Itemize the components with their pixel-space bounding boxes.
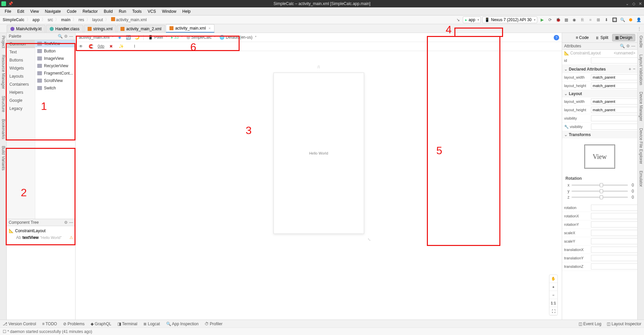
night-mode-icon[interactable]: 🌙 xyxy=(134,34,140,41)
breadcrumb-segment[interactable]: src xyxy=(47,17,54,22)
layout-file-selector[interactable]: activity_main.xml xyxy=(78,34,114,40)
rotation-slider-y[interactable]: y0 xyxy=(562,188,637,194)
sdk-manager-icon[interactable]: ⬇ xyxy=(603,16,610,23)
file-tab[interactable]: Handler.class xyxy=(46,25,83,33)
stop-icon[interactable]: ■ xyxy=(587,16,594,23)
attr-value-input[interactable] xyxy=(591,205,637,211)
editor-tabs-menu-icon[interactable]: ⋮ xyxy=(635,25,644,33)
menu-refactor[interactable]: Refactor xyxy=(80,8,100,14)
menu-file[interactable]: File xyxy=(2,8,14,14)
autoconnect-icon[interactable]: 🧲 xyxy=(88,43,94,50)
tool-window-event-log[interactable]: ◫ Event Log xyxy=(579,322,601,326)
palette-category-containers[interactable]: Containers xyxy=(7,80,35,88)
ide-update-icon[interactable]: ⬢ xyxy=(627,16,634,23)
resize-handle-icon[interactable]: ⤡ xyxy=(367,237,371,242)
design-surface-icon[interactable]: ◈ xyxy=(116,34,123,41)
palette-item-textview[interactable]: TextView xyxy=(35,40,75,47)
attr-value-input[interactable] xyxy=(591,247,637,253)
device-preview-frame[interactable]: Hello World xyxy=(274,73,364,234)
rotation-slider-z[interactable]: z0 xyxy=(562,194,637,200)
tool-window-terminal[interactable]: ◨ Terminal xyxy=(117,322,137,326)
window-minimize-icon[interactable]: ⌄ xyxy=(626,1,629,6)
palette-item-imageview[interactable]: ImageView xyxy=(35,55,75,62)
apply-changes-icon[interactable]: ⟳ xyxy=(547,16,553,23)
warning-icon[interactable]: ⚠ xyxy=(69,235,73,240)
sync-gradle-icon[interactable]: ↘ xyxy=(455,16,461,23)
breadcrumb-segment[interactable]: layout xyxy=(92,17,104,22)
attr-value-input[interactable] xyxy=(591,221,637,227)
tool-window-version-control[interactable]: ⎇ Version Control xyxy=(3,322,36,326)
component-tree-settings-icon[interactable]: ⚙ xyxy=(64,220,68,225)
attributes-hide-icon[interactable]: — xyxy=(631,44,635,48)
attr-value-input[interactable] xyxy=(591,213,637,219)
infer-constraints-icon[interactable]: ✨ xyxy=(118,43,125,50)
tool-window-todo[interactable]: ≡ TODO xyxy=(42,322,57,326)
zoom-in-button[interactable]: + xyxy=(549,283,557,291)
run-config-selector[interactable]: ▸app xyxy=(463,16,481,23)
pin-icon[interactable]: 📌 xyxy=(8,1,13,6)
design-canvas[interactable]: ⎍ Hello World ⤡ ✋ + − 1:1 ⛶ xyxy=(76,51,562,320)
component-tree-body[interactable]: 📐ConstraintLayout Ab textView "Hello Wor… xyxy=(7,226,75,320)
split-view-button[interactable]: ⫼ Split xyxy=(592,34,611,41)
left-rail-build-variants[interactable]: Build Variants xyxy=(1,146,6,170)
palette-item-scrollview[interactable]: ScrollView xyxy=(35,77,75,84)
run-button-icon[interactable]: ▶ xyxy=(539,16,545,23)
breadcrumb-segment[interactable]: res xyxy=(78,17,85,22)
palette-settings-icon[interactable]: ⚙ xyxy=(64,34,68,39)
orientation-icon[interactable]: 🔄 xyxy=(125,34,132,41)
rotation-slider-x[interactable]: x0 xyxy=(562,182,637,188)
menu-help[interactable]: Help xyxy=(180,8,193,14)
guidelines-icon[interactable]: I xyxy=(131,43,138,50)
menu-tools[interactable]: Tools xyxy=(130,8,144,14)
palette-category-helpers[interactable]: Helpers xyxy=(7,88,35,96)
palette-item-switch[interactable]: Switch xyxy=(35,84,75,92)
layout-section[interactable]: Layout xyxy=(562,90,637,97)
coverage-icon[interactable]: ▦ xyxy=(563,16,569,23)
right-rail-layout-validation[interactable]: Layout Validation xyxy=(639,54,643,85)
palette-category-text[interactable]: Text xyxy=(7,48,35,56)
device-selector[interactable]: 📱Nexus 7 (2012) API 30 xyxy=(482,16,537,23)
device-type-selector[interactable]: 📱 Pixel xyxy=(147,34,167,40)
left-tool-window-rail[interactable]: ProjectResource ManagerStructureBookmark… xyxy=(0,33,7,320)
notification-icon[interactable]: 👤 xyxy=(635,16,642,23)
palette-item-fragmentcont[interactable]: FragmentCont... xyxy=(35,70,75,77)
breadcrumb-segment[interactable]: main xyxy=(60,17,71,22)
attach-debugger-icon[interactable]: ⎘ xyxy=(579,16,586,23)
tree-root-constraintlayout[interactable]: 📐ConstraintLayout xyxy=(9,227,73,234)
breadcrumb-segment[interactable]: app xyxy=(32,17,40,22)
right-tool-window-rail[interactable]: GradleLayout ValidationDevice ManagerDev… xyxy=(637,33,644,320)
tool-window-app-inspection[interactable]: 🔍 App Inspection xyxy=(166,322,199,326)
right-rail-device-manager[interactable]: Device Manager xyxy=(639,92,643,121)
palette-item-button[interactable]: Button xyxy=(35,47,75,55)
right-rail-emulator[interactable]: Emulator xyxy=(639,171,643,187)
tool-window-logcat[interactable]: ≣ Logcat xyxy=(143,322,160,326)
menu-edit[interactable]: Edit xyxy=(14,8,27,14)
attr-value-input[interactable] xyxy=(591,107,637,113)
palette-item-recyclerview[interactable]: RecyclerView xyxy=(35,62,75,70)
attr-value-input[interactable] xyxy=(591,83,637,89)
file-tab[interactable]: MainActivity.kt xyxy=(7,25,45,33)
palette-category-google[interactable]: Google xyxy=(7,96,35,104)
breadcrumb[interactable]: SimpleCalc〉app〉src〉main〉res〉layout〉activ… xyxy=(2,17,147,23)
tool-window-problems[interactable]: ⊘ Problems xyxy=(63,322,85,326)
component-tree-hide-icon[interactable]: — xyxy=(69,220,73,225)
attr-value-input[interactable] xyxy=(591,124,637,130)
attr-value-input[interactable] xyxy=(591,255,637,261)
left-rail-resource-manager[interactable]: Resource Manager xyxy=(1,55,6,89)
attr-value-input[interactable] xyxy=(591,238,637,244)
design-help-icon[interactable]: ? xyxy=(554,35,559,40)
palette-category-common[interactable]: Common xyxy=(7,40,35,48)
constraint-handle-icon[interactable]: ⎍ xyxy=(317,65,320,69)
locale-selector[interactable]: 🌐 Default (en-us) xyxy=(218,34,257,40)
profile-icon[interactable]: ◉ xyxy=(571,16,578,23)
file-tab[interactable]: activity_main.xml× xyxy=(166,24,214,33)
tool-window-graphql[interactable]: ◆ GraphQL xyxy=(91,322,111,326)
view-options-icon[interactable]: 👁 xyxy=(78,43,84,50)
left-rail-structure[interactable]: Structure xyxy=(1,96,6,112)
palette-category-buttons[interactable]: Buttons xyxy=(7,56,35,64)
tool-window-layout-inspector[interactable]: ◫ Layout Inspector xyxy=(607,322,641,326)
attributes-settings-icon[interactable]: ⚙ xyxy=(626,44,630,48)
zoom-fit-button[interactable]: ⛶ xyxy=(549,307,557,315)
declared-attributes-section[interactable]: Declared Attributes ＋ − xyxy=(562,65,637,73)
tree-item-textview[interactable]: Ab textView "Hello World" ⚠ xyxy=(9,234,73,241)
